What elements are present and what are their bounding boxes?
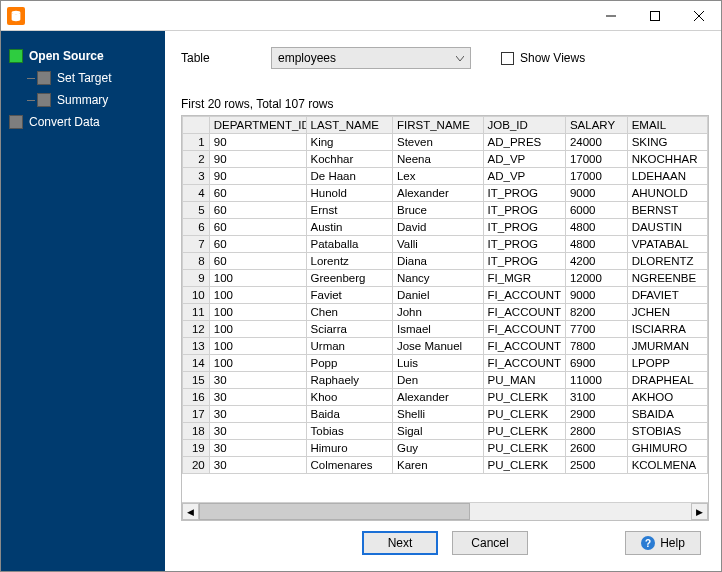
table-cell: Sciarra — [306, 321, 392, 338]
table-row[interactable]: 1630KhooAlexanderPU_CLERK3100AKHOO — [183, 389, 708, 406]
table-cell: IT_PROG — [483, 236, 565, 253]
step-marker-icon — [37, 93, 51, 107]
wizard-steps: Open Source Set Target Summary Convert D… — [7, 45, 159, 133]
table-row[interactable]: 560ErnstBruceIT_PROG6000BERNST — [183, 202, 708, 219]
table-row[interactable]: 760PataballaValliIT_PROG4800VPATABAL — [183, 236, 708, 253]
table-cell: 100 — [209, 270, 306, 287]
table-select-row: Table employees Show Views — [181, 47, 709, 69]
maximize-button[interactable] — [633, 1, 677, 30]
help-button[interactable]: ? Help — [625, 531, 701, 555]
table-row[interactable]: 1730BaidaShelliPU_CLERK2900SBAIDA — [183, 406, 708, 423]
table-cell: Nancy — [392, 270, 483, 287]
step-set-target[interactable]: Set Target — [7, 67, 159, 89]
table-cell: ISCIARRA — [627, 321, 707, 338]
close-button[interactable] — [677, 1, 721, 30]
table-row[interactable]: 460HunoldAlexanderIT_PROG9000AHUNOLD — [183, 185, 708, 202]
column-header[interactable]: JOB_ID — [483, 117, 565, 134]
table-cell: BERNST — [627, 202, 707, 219]
table-cell: Khoo — [306, 389, 392, 406]
table-cell: PU_CLERK — [483, 423, 565, 440]
minimize-button[interactable] — [589, 1, 633, 30]
table-row[interactable]: 290KochharNeenaAD_VP17000NKOCHHAR — [183, 151, 708, 168]
row-number: 12 — [183, 321, 210, 338]
table-cell: PU_CLERK — [483, 389, 565, 406]
column-header[interactable]: SALARY — [565, 117, 627, 134]
table-cell: 60 — [209, 219, 306, 236]
main-panel: Table employees Show Views First 20 rows… — [165, 31, 721, 571]
table-row[interactable]: 1830TobiasSigalPU_CLERK2800STOBIAS — [183, 423, 708, 440]
row-number: 8 — [183, 253, 210, 270]
table-cell: Guy — [392, 440, 483, 457]
table-cell: DLORENTZ — [627, 253, 707, 270]
table-dropdown[interactable]: employees — [271, 47, 471, 69]
column-header[interactable]: LAST_NAME — [306, 117, 392, 134]
table-row[interactable]: 11100ChenJohnFI_ACCOUNT8200JCHEN — [183, 304, 708, 321]
row-number: 2 — [183, 151, 210, 168]
wizard-window: Open Source Set Target Summary Convert D… — [0, 0, 722, 572]
table-row[interactable]: 1530RaphaelyDenPU_MAN11000DRAPHEAL — [183, 372, 708, 389]
table-row[interactable]: 12100SciarraIsmaelFI_ACCOUNT7700ISCIARRA — [183, 321, 708, 338]
row-number: 9 — [183, 270, 210, 287]
table-cell: IT_PROG — [483, 219, 565, 236]
table-row[interactable]: 860LorentzDianaIT_PROG4200DLORENTZ — [183, 253, 708, 270]
table-cell: SKING — [627, 134, 707, 151]
table-cell: Shelli — [392, 406, 483, 423]
column-header[interactable]: FIRST_NAME — [392, 117, 483, 134]
table-cell: 11000 — [565, 372, 627, 389]
scroll-right-icon[interactable]: ▶ — [691, 503, 708, 520]
cancel-button[interactable]: Cancel — [452, 531, 528, 555]
table-cell: Diana — [392, 253, 483, 270]
table-cell: 60 — [209, 253, 306, 270]
column-header[interactable]: DEPARTMENT_ID — [209, 117, 306, 134]
table-row[interactable]: 13100UrmanJose ManuelFI_ACCOUNT7800JMURM… — [183, 338, 708, 355]
step-summary[interactable]: Summary — [7, 89, 159, 111]
step-convert-data[interactable]: Convert Data — [7, 111, 159, 133]
table-row[interactable]: 190KingStevenAD_PRES24000SKING — [183, 134, 708, 151]
table-row[interactable]: 9100GreenbergNancyFI_MGR12000NGREENBE — [183, 270, 708, 287]
scroll-thumb[interactable] — [199, 503, 470, 520]
table-cell: STOBIAS — [627, 423, 707, 440]
row-number: 11 — [183, 304, 210, 321]
table-cell: Den — [392, 372, 483, 389]
row-number: 14 — [183, 355, 210, 372]
column-header[interactable]: EMAIL — [627, 117, 707, 134]
horizontal-scrollbar[interactable]: ◀ ▶ — [182, 502, 708, 520]
scroll-track[interactable] — [199, 503, 691, 520]
table-cell: VPATABAL — [627, 236, 707, 253]
table-row[interactable]: 1930HimuroGuyPU_CLERK2600GHIMURO — [183, 440, 708, 457]
table-cell: DAUSTIN — [627, 219, 707, 236]
table-row[interactable]: 660AustinDavidIT_PROG4800DAUSTIN — [183, 219, 708, 236]
checkbox-label: Show Views — [520, 51, 585, 65]
table-cell: Karen — [392, 457, 483, 474]
step-open-source[interactable]: Open Source — [7, 45, 159, 67]
next-button[interactable]: Next — [362, 531, 438, 555]
table-cell: 9000 — [565, 287, 627, 304]
table-cell: Austin — [306, 219, 392, 236]
table-row[interactable]: 2030ColmenaresKarenPU_CLERK2500KCOLMENA — [183, 457, 708, 474]
table-cell: Alexander — [392, 389, 483, 406]
table-row[interactable]: 10100FavietDanielFI_ACCOUNT9000DFAVIET — [183, 287, 708, 304]
step-marker-icon — [37, 71, 51, 85]
row-number: 20 — [183, 457, 210, 474]
table-row[interactable]: 390De HaanLexAD_VP17000LDEHAAN — [183, 168, 708, 185]
preview-table: DEPARTMENT_ID LAST_NAME FIRST_NAME JOB_I… — [182, 116, 708, 474]
table-cell: FI_ACCOUNT — [483, 304, 565, 321]
table-cell: 3100 — [565, 389, 627, 406]
table-cell: Raphaely — [306, 372, 392, 389]
table-cell: Lex — [392, 168, 483, 185]
table-cell: FI_ACCOUNT — [483, 355, 565, 372]
table-cell: 100 — [209, 287, 306, 304]
show-views-checkbox[interactable]: Show Views — [501, 51, 585, 65]
table-cell: De Haan — [306, 168, 392, 185]
titlebar — [1, 1, 721, 31]
table-row[interactable]: 14100PoppLuisFI_ACCOUNT6900LPOPP — [183, 355, 708, 372]
table-cell: 90 — [209, 134, 306, 151]
row-number-header — [183, 117, 210, 134]
table-cell: Ernst — [306, 202, 392, 219]
table-cell: NKOCHHAR — [627, 151, 707, 168]
scroll-left-icon[interactable]: ◀ — [182, 503, 199, 520]
help-icon: ? — [641, 536, 655, 550]
table-cell: 4800 — [565, 236, 627, 253]
row-number: 5 — [183, 202, 210, 219]
table-cell: JMURMAN — [627, 338, 707, 355]
